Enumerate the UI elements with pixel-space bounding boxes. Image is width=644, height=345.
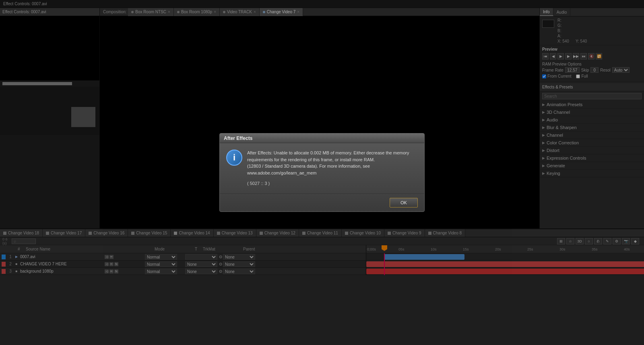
dialog-titlebar: After Effects bbox=[220, 133, 424, 143]
dialog-message-text: After Effects: Unable to allocate 0.002 … bbox=[247, 150, 418, 187]
dialog-error-code: ( 5027 :: 3 ) bbox=[247, 180, 418, 187]
dialog-main-message: After Effects: Unable to allocate 0.002 … bbox=[247, 150, 409, 175]
dialog-footer: OK bbox=[220, 193, 424, 212]
dialog-icon-container: i bbox=[226, 150, 242, 166]
dialog-ok-button[interactable]: OK bbox=[390, 198, 418, 207]
alert-dialog: After Effects i After Effects: Unable to… bbox=[219, 133, 425, 212]
dialog-body: i After Effects: Unable to allocate 0.00… bbox=[220, 143, 424, 193]
dialog-title: After Effects bbox=[224, 136, 252, 141]
dialog-overlay: After Effects i After Effects: Unable to… bbox=[0, 0, 644, 345]
info-icon: i bbox=[226, 150, 242, 166]
